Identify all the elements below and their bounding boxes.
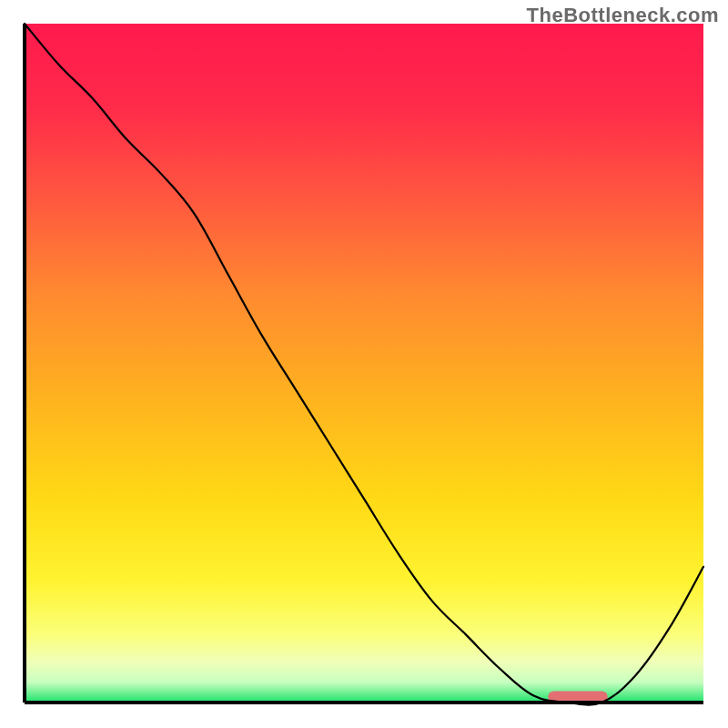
watermark-text: TheBottleneck.com: [527, 4, 719, 27]
chart-container: TheBottleneck.com: [0, 0, 728, 728]
bottleneck-chart: [0, 0, 728, 728]
plot-background: [25, 24, 703, 703]
